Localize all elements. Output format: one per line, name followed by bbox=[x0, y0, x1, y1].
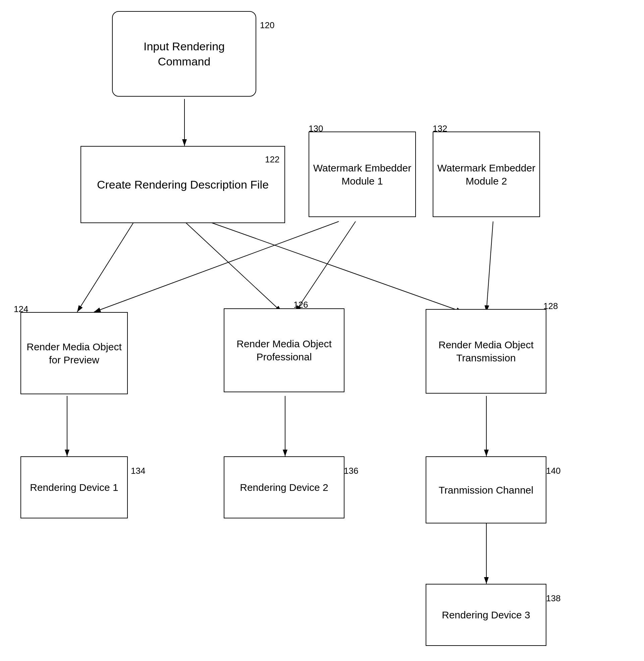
rendering-device-1-label: Rendering Device 1 bbox=[30, 481, 118, 494]
render-professional-ref: 126 bbox=[294, 300, 308, 310]
watermark-embedder-2-ref: 132 bbox=[433, 123, 447, 134]
flowchart-diagram: Input Rendering Command 120 Create Rende… bbox=[0, 0, 644, 661]
render-media-transmission-label: Render Media Object Transmission bbox=[430, 338, 543, 364]
transmission-channel-ref: 140 bbox=[546, 466, 560, 476]
svg-line-5 bbox=[94, 222, 339, 312]
watermark-embedder-2-label: Watermark Embedder Module 2 bbox=[437, 161, 536, 187]
render-media-professional-box: Render Media Object Professional bbox=[224, 309, 344, 392]
render-media-professional-label: Render Media Object Professional bbox=[228, 337, 341, 363]
create-rendering-description-label: Create Rendering Description File bbox=[97, 177, 269, 192]
rendering-device-2-ref: 136 bbox=[344, 466, 358, 476]
rendering-device-2-box: Rendering Device 2 bbox=[224, 456, 344, 518]
input-rendering-command-box: Input Rendering Command bbox=[112, 11, 256, 97]
watermark-embedder-1-ref: 130 bbox=[308, 123, 323, 134]
input-rendering-ref: 120 bbox=[260, 20, 274, 30]
rendering-device-3-ref: 138 bbox=[546, 593, 560, 603]
input-rendering-command-label: Input Rendering Command bbox=[116, 39, 252, 68]
transmission-channel-label: Tranmission Channel bbox=[439, 483, 533, 497]
render-transmission-ref: 128 bbox=[543, 301, 558, 311]
rendering-device-1-ref: 134 bbox=[131, 466, 145, 476]
svg-line-6 bbox=[295, 222, 355, 312]
render-media-transmission-box: Render Media Object Transmission bbox=[426, 309, 546, 393]
render-media-preview-box: Render Media Object for Preview bbox=[20, 312, 128, 394]
rendering-device-3-box: Rendering Device 3 bbox=[426, 584, 546, 646]
watermark-embedder-2-box: Watermark Embedder Module 2 bbox=[433, 132, 540, 217]
create-rendering-ref: 122 bbox=[265, 154, 279, 165]
create-rendering-description-box: Create Rendering Description File bbox=[80, 146, 285, 223]
render-preview-ref: 124 bbox=[14, 304, 28, 314]
watermark-embedder-1-box: Watermark Embedder Module 1 bbox=[308, 132, 416, 217]
rendering-device-3-label: Rendering Device 3 bbox=[442, 608, 530, 621]
watermark-embedder-1-label: Watermark Embedder Module 1 bbox=[313, 161, 412, 187]
rendering-device-1-box: Rendering Device 1 bbox=[20, 456, 128, 518]
svg-line-4 bbox=[208, 222, 463, 312]
svg-line-2 bbox=[77, 222, 134, 312]
rendering-device-2-label: Rendering Device 2 bbox=[240, 481, 328, 494]
render-media-preview-label: Render Media Object for Preview bbox=[24, 340, 124, 366]
svg-line-3 bbox=[184, 222, 282, 312]
svg-line-7 bbox=[486, 222, 493, 312]
transmission-channel-box: Tranmission Channel bbox=[426, 456, 546, 523]
